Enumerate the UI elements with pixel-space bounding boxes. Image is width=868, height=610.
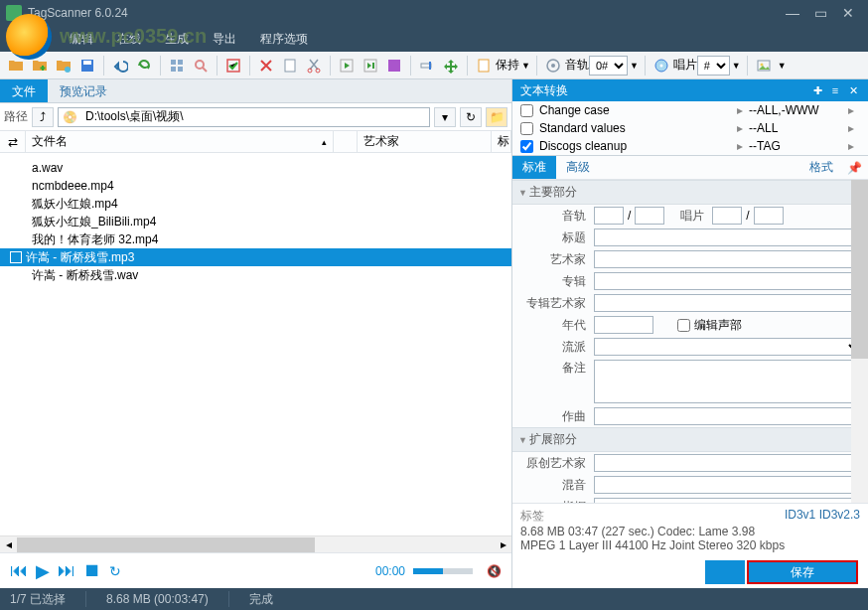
image-dropdown-icon[interactable]: ▼ (776, 61, 789, 71)
image-icon[interactable] (753, 55, 775, 76)
menu-export[interactable]: 导出 (201, 31, 248, 48)
id3v1-link[interactable]: ID3v1 (785, 508, 815, 522)
genre-select[interactable] (594, 338, 862, 356)
save-button[interactable]: 保存 (747, 560, 858, 584)
right-panel: 文本转换 ✚ ≡ ✕ Change case ▸--ALL,-WWW▸ Stan… (512, 79, 868, 588)
list-item[interactable]: ncmbdeee.mp4 (0, 177, 511, 195)
album-icon[interactable] (651, 55, 672, 76)
repeat-button[interactable]: ↻ (109, 563, 121, 579)
keep-dropdown-icon[interactable]: ▼ (519, 61, 532, 71)
path-browse-button[interactable]: 📁 (486, 107, 507, 127)
minimize-button[interactable]: — (779, 4, 806, 22)
album-artist-field[interactable] (594, 294, 862, 312)
path-up-button[interactable]: ⤴ (32, 107, 54, 127)
close-button[interactable]: ✕ (834, 4, 862, 22)
list-item[interactable]: 我的！体育老师 32.mp4 (0, 230, 511, 248)
path-refresh-button[interactable]: ↻ (460, 107, 482, 127)
stop-button[interactable]: ⏹ (83, 560, 101, 581)
section-ext[interactable]: 扩展部分 (512, 427, 868, 452)
panel-add-icon[interactable]: ✚ (810, 83, 824, 97)
menu-options[interactable]: 程序选项 (248, 31, 862, 48)
tagtab-advanced[interactable]: 高级 (556, 156, 600, 179)
file-list[interactable]: a.wav ncmbdeee.mp4 狐妖小红娘.mp4 狐妖小红娘_BiliB… (0, 153, 511, 535)
next-button[interactable]: ⏭ (58, 560, 75, 581)
section-main[interactable]: 主要部分 (512, 180, 868, 205)
convert-item[interactable]: Change case ▸--ALL,-WWW▸ (512, 101, 868, 119)
playlist-icon[interactable] (383, 55, 405, 76)
track-field[interactable] (594, 207, 624, 225)
save-icon[interactable] (76, 55, 98, 76)
col-artist[interactable]: 艺术家 (358, 131, 492, 152)
refresh-icon[interactable] (133, 55, 155, 76)
list-item[interactable]: a.wav (0, 159, 511, 177)
path-history-button[interactable]: ▾ (434, 107, 456, 127)
convert-checkbox[interactable] (520, 140, 533, 153)
track-total-field[interactable] (635, 207, 664, 225)
disc-total-field[interactable] (754, 207, 784, 225)
cut-icon[interactable] (303, 55, 325, 76)
search-icon[interactable] (190, 55, 212, 76)
track-icon[interactable] (542, 55, 564, 76)
horizontal-scrollbar[interactable]: ◂▸ (0, 535, 511, 552)
play-button[interactable]: ▶ (36, 560, 50, 582)
album-dropdown-icon[interactable]: ▼ (730, 61, 743, 71)
enqueue-icon[interactable] (360, 55, 381, 76)
col-tag[interactable]: 标 (492, 131, 511, 152)
pin-icon[interactable]: 📌 (841, 161, 868, 175)
convert-item[interactable]: Standard values ▸--ALL▸ (512, 119, 868, 137)
track-dropdown-icon[interactable]: ▼ (628, 61, 641, 71)
orig-artist-field[interactable] (594, 454, 862, 472)
path-input[interactable]: 📀D:\tools\桌面\视频\ (58, 107, 430, 127)
svg-rect-2 (83, 61, 91, 65)
rename-icon[interactable] (416, 55, 438, 76)
disc-field[interactable] (712, 207, 742, 225)
list-item[interactable]: 狐妖小红娘_BiliBili.mp4 (0, 213, 511, 230)
format-link[interactable]: 格式 (809, 159, 841, 176)
move-icon[interactable] (440, 55, 462, 76)
save-aux-button[interactable] (705, 560, 745, 584)
year-field[interactable] (594, 316, 653, 334)
undo-icon[interactable] (109, 55, 131, 76)
doc-icon[interactable] (279, 55, 301, 76)
list-item[interactable]: 许嵩 - 断桥残雪.mp3 (0, 248, 511, 266)
mixer-field[interactable] (594, 476, 862, 494)
convert-checkbox[interactable] (520, 104, 533, 117)
vertical-scrollbar[interactable] (851, 180, 868, 503)
delete-icon[interactable] (255, 55, 277, 76)
compilation-checkbox[interactable] (677, 319, 690, 332)
col-shuffle[interactable]: ⇄ (0, 131, 26, 152)
convert-checkbox[interactable] (520, 122, 533, 135)
grid-icon[interactable] (166, 55, 188, 76)
prev-button[interactable]: ⏮ (10, 560, 28, 581)
album-field[interactable] (594, 272, 862, 290)
col-flag[interactable] (334, 131, 358, 152)
convert-item[interactable]: Discogs cleanup ▸--TAG▸ (512, 137, 868, 155)
keep-icon[interactable] (473, 55, 495, 76)
id3v23-link[interactable]: ID3v2.3 (819, 508, 860, 522)
tagtab-standard[interactable]: 标准 (512, 156, 556, 179)
label-remark: 备注 (518, 360, 590, 377)
conductor-field[interactable] (594, 498, 862, 503)
composer-field[interactable] (594, 407, 862, 425)
maximize-button[interactable]: ▭ (806, 4, 834, 22)
panel-close-icon[interactable]: ✕ (846, 83, 860, 97)
progress-bar[interactable] (413, 568, 473, 574)
checkbox-icon[interactable] (10, 251, 22, 263)
remark-field[interactable] (594, 360, 862, 403)
artist-field[interactable] (594, 250, 862, 268)
select-all-icon[interactable] (222, 55, 244, 76)
play-small-icon[interactable] (336, 55, 358, 76)
col-filename[interactable]: 文件名▴ (26, 131, 334, 152)
album-number-select[interactable]: # (697, 56, 730, 76)
svg-point-0 (65, 67, 71, 73)
list-item[interactable]: 许嵩 - 断桥残雪.wav (0, 266, 511, 284)
panel-menu-icon[interactable]: ≡ (828, 83, 842, 97)
label-composer: 作曲 (518, 408, 590, 425)
list-item[interactable]: 狐妖小红娘.mp4 (0, 195, 511, 213)
tab-file[interactable]: 文件 (0, 79, 48, 102)
folder-sub-icon[interactable] (53, 55, 74, 76)
title-field[interactable] (594, 229, 862, 246)
track-number-select[interactable]: 0# (589, 56, 628, 76)
tab-preview[interactable]: 预览记录 (48, 79, 119, 102)
volume-icon[interactable]: 🔇 (487, 564, 502, 578)
